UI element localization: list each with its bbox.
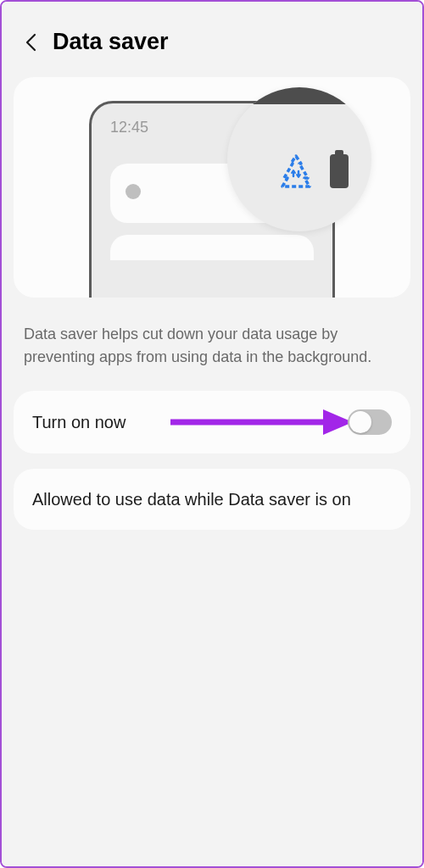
phone-inner-card-2 — [110, 235, 314, 260]
description-text: Data saver helps cut down your data usag… — [14, 298, 410, 391]
toggle-knob — [349, 411, 371, 433]
allowed-apps-row[interactable]: Allowed to use data while Data saver is … — [14, 469, 410, 530]
toggle-row[interactable]: Turn on now — [14, 391, 410, 453]
magnifier-circle — [227, 87, 371, 231]
battery-icon — [330, 154, 349, 188]
settings-screen: Data saver 12:45 Data saver helps cut do… — [2, 2, 422, 866]
header: Data saver — [14, 10, 410, 77]
allowed-apps-label: Allowed to use data while Data saver is … — [32, 487, 392, 511]
toggle-label: Turn on now — [32, 413, 126, 432]
illustration-card: 12:45 — [14, 77, 410, 298]
data-saver-icon — [276, 151, 316, 192]
toggle-switch[interactable] — [348, 409, 392, 435]
phone-dot — [126, 184, 141, 199]
page-title: Data saver — [53, 29, 169, 55]
chevron-left-icon — [25, 33, 36, 52]
back-button[interactable] — [20, 32, 41, 53]
annotation-arrow — [170, 405, 353, 439]
